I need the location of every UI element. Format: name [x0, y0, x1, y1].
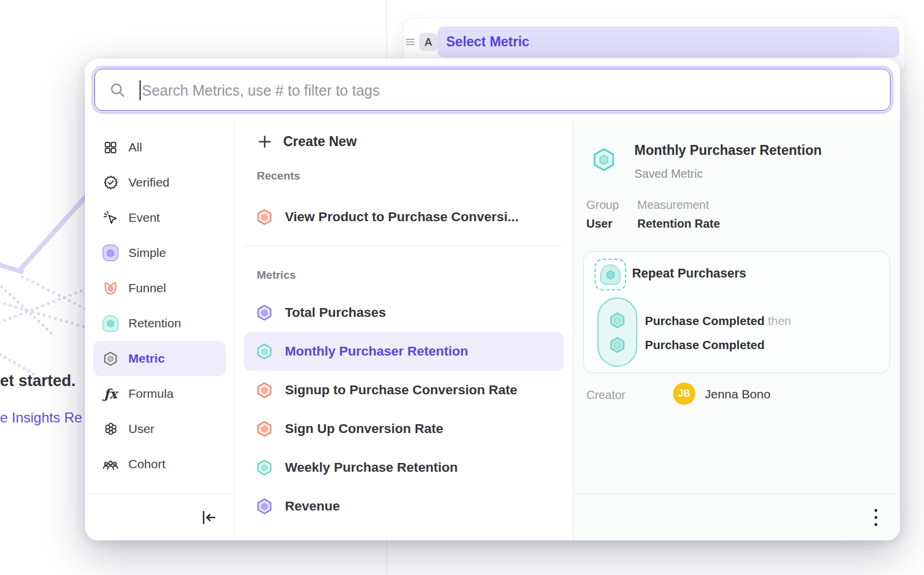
- funnel-metric-icon: [256, 420, 273, 438]
- grid-icon: [103, 140, 118, 155]
- event-hexagon-icon: [609, 312, 626, 329]
- formula-icon: ƒx: [103, 386, 118, 402]
- metric-icon: [103, 351, 118, 367]
- creator-label: Creator: [586, 388, 626, 402]
- measurement-label: Measurement: [637, 198, 709, 212]
- list-item-metric[interactable]: Weekly Purchase Retention: [244, 448, 563, 487]
- event-hexagon-icon: [609, 336, 626, 354]
- filter-sidebar: All Verified Event: [85, 120, 235, 540]
- retention-metric-icon: [256, 459, 273, 476]
- definition-step-2: Purchase Completed: [645, 338, 765, 352]
- list-item-label: View Product to Purchase Conversi...: [285, 209, 518, 225]
- step-1-event: Purchase Completed: [645, 314, 765, 327]
- funnel-metric-icon: [256, 208, 273, 226]
- list-item-recent[interactable]: View Product to Purchase Conversi...: [244, 198, 563, 236]
- sidebar-item-label: Simple: [128, 246, 166, 260]
- sidebar-item-label: Verified: [128, 175, 169, 190]
- metric-details-panel: Monthly Purchaser Retention Saved Metric…: [573, 120, 900, 540]
- step-2-event: Purchase Completed: [645, 338, 765, 351]
- group-value: User: [586, 217, 612, 231]
- measurement-value: Retention Rate: [637, 217, 720, 231]
- retention-metric-icon: [256, 343, 273, 360]
- search-icon: [109, 82, 127, 99]
- metrics-section-label: Metrics: [257, 268, 573, 283]
- list-item-metric[interactable]: Total Purchases: [244, 293, 563, 332]
- list-item-label: Weekly Purchase Retention: [285, 460, 458, 475]
- sidebar-footer: [85, 493, 234, 540]
- list-item-metric[interactable]: Revenue: [244, 487, 563, 526]
- retention-icon: [103, 316, 118, 332]
- metric-definition-card: Repeat Purchasers Purchase Completed the…: [583, 251, 890, 373]
- sidebar-item-metric[interactable]: Metric: [93, 341, 226, 376]
- sidebar-item-label: All: [128, 140, 142, 154]
- event-sequence-capsule: [597, 297, 637, 367]
- metric-picker-popup: All Verified Event: [85, 59, 900, 540]
- recents-section-label: Recents: [257, 168, 573, 184]
- sidebar-item-formula[interactable]: ƒx Formula: [93, 376, 226, 411]
- create-new-label: Create New: [283, 134, 356, 150]
- select-metric-button[interactable]: Select Metric: [437, 26, 899, 58]
- details-footer: [573, 493, 900, 540]
- sidebar-item-label: Funnel: [128, 281, 166, 295]
- details-title: Monthly Purchaser Retention: [634, 143, 821, 158]
- retention-definition-icon: [595, 259, 626, 290]
- list-divider: [245, 246, 562, 246]
- background-link-fragment[interactable]: e Insights Re: [0, 410, 82, 426]
- funnel-icon: [103, 280, 118, 296]
- list-item-label: Revenue: [285, 499, 340, 514]
- search-box: [94, 69, 891, 111]
- definition-name: Repeat Purchasers: [632, 266, 746, 281]
- sidebar-item-event[interactable]: Event: [93, 200, 226, 235]
- creator-avatar: JB: [673, 383, 695, 405]
- sidebar-item-label: Cohort: [128, 457, 165, 471]
- details-subtitle: Saved Metric: [634, 167, 703, 181]
- definition-step-1: Purchase Completed then: [645, 314, 791, 328]
- create-new-button[interactable]: Create New: [244, 124, 563, 159]
- sidebar-item-cohort[interactable]: Cohort: [93, 447, 226, 482]
- sidebar-item-label: Formula: [128, 387, 174, 401]
- creator-name: Jenna Bono: [705, 387, 770, 401]
- sidebar-item-label: Retention: [128, 316, 181, 330]
- more-options-icon[interactable]: [873, 508, 879, 527]
- sidebar-item-label: Event: [128, 211, 160, 225]
- group-label: Group: [586, 198, 619, 212]
- list-item-label: Total Purchases: [285, 305, 386, 320]
- sidebar-item-verified[interactable]: Verified: [93, 165, 226, 200]
- list-item-label: Sign Up Conversion Rate: [285, 421, 443, 437]
- drag-handle-icon[interactable]: [405, 37, 415, 47]
- metric-icon: [256, 304, 273, 322]
- list-item-label: Signup to Purchase Conversion Rate: [285, 383, 517, 398]
- saved-metric-icon: [591, 147, 617, 172]
- sidebar-item-simple[interactable]: Simple: [93, 235, 226, 270]
- row-letter-badge[interactable]: A: [419, 33, 437, 51]
- sidebar-item-label: Metric: [128, 351, 165, 366]
- event-icon: [103, 210, 118, 226]
- sidebar-item-funnel[interactable]: Funnel: [93, 270, 226, 306]
- list-item-label: Monthly Purchaser Retention: [285, 344, 468, 359]
- sidebar-item-all[interactable]: All: [93, 130, 226, 165]
- plus-icon: [257, 134, 273, 150]
- list-item-metric-selected[interactable]: Monthly Purchaser Retention: [244, 332, 563, 371]
- metric-icon: [256, 498, 273, 515]
- sidebar-item-retention[interactable]: Retention: [93, 306, 226, 341]
- list-item-metric[interactable]: Signup to Purchase Conversion Rate: [244, 371, 563, 410]
- metric-list: Create New Recents View Product to Purch…: [235, 120, 573, 540]
- user-icon: [103, 421, 118, 437]
- background-heading-fragment: et started.: [0, 372, 76, 390]
- sidebar-item-user[interactable]: User: [93, 411, 226, 447]
- cohort-icon: [103, 456, 118, 472]
- search-input[interactable]: [141, 69, 882, 111]
- funnel-metric-icon: [256, 381, 273, 399]
- list-item-metric[interactable]: Sign Up Conversion Rate: [244, 410, 563, 448]
- verified-icon: [103, 175, 118, 191]
- step-connector: then: [768, 314, 791, 327]
- sidebar-item-label: User: [128, 422, 154, 436]
- simple-icon: [103, 245, 118, 261]
- collapse-sidebar-icon[interactable]: [200, 509, 218, 526]
